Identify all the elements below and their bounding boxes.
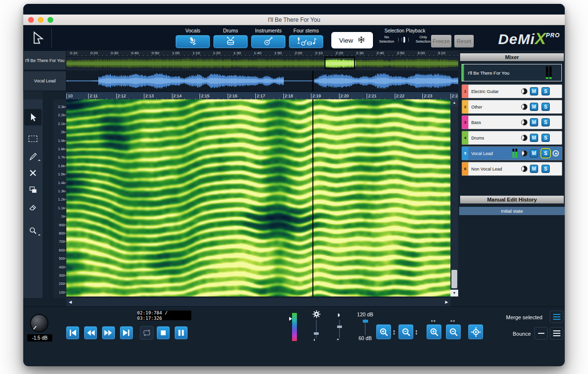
scroll-down-arrow[interactable]: ▼ [450, 290, 458, 296]
mixer-track-row[interactable]: 2OtherMS [462, 100, 562, 114]
four-stems-button[interactable] [289, 35, 324, 48]
brand-logo: DeMiXPRO [498, 29, 560, 48]
time-tick-label: 1:10 [192, 51, 200, 55]
mixer-track-list: 1Electric GuitarMS2OtherMS3BassMS4DrumsM… [459, 84, 565, 177]
spectrogram-canvas[interactable] [66, 99, 450, 296]
pan-knob[interactable] [521, 88, 527, 94]
mute-button[interactable]: M [530, 118, 538, 126]
mute-button[interactable]: M [530, 103, 538, 111]
solo-button[interactable]: S [542, 118, 550, 126]
playhead-line [312, 99, 313, 296]
vertical-scrollbar[interactable]: ▲ ▼ [450, 99, 458, 296]
time-tick-label: 2:16 [229, 94, 238, 98]
solo-target-icon[interactable] [553, 150, 559, 156]
mute-button[interactable]: M [530, 149, 538, 157]
solo-button[interactable]: S [542, 165, 550, 173]
vocals-stem-button[interactable] [175, 35, 210, 48]
volume-knob[interactable] [30, 314, 48, 332]
overview-time-ruler[interactable]: 0:100:200:300:400:501:001:101:201:301:40… [66, 50, 458, 57]
brightness-slider[interactable] [316, 320, 317, 338]
pan-knob[interactable] [521, 104, 527, 110]
spectrogram-view[interactable] [66, 99, 450, 296]
scroll-left-arrow[interactable]: ◀ [66, 298, 74, 306]
delete-selection-tool[interactable] [23, 166, 43, 180]
vocal-waveform-row[interactable] [66, 71, 458, 91]
mixer-track-row[interactable]: 1Electric GuitarMS [462, 84, 562, 98]
time-tick-label: 1:50 [274, 51, 282, 55]
zoom-to-selection-button[interactable] [468, 324, 483, 340]
solo-button[interactable]: S [542, 149, 550, 157]
solo-button[interactable]: S [542, 103, 550, 111]
volume-readout: -1.5 dB [27, 334, 52, 342]
timeline-selection-box[interactable] [325, 57, 355, 69]
zoom-out-horizontal-button[interactable] [446, 324, 461, 340]
skip-to-end-button[interactable] [120, 326, 133, 340]
time-tick-label: 0:30 [111, 51, 119, 55]
overview-timeline[interactable]: 0:100:200:300:400:501:001:101:201:301:40… [66, 50, 458, 70]
clone-tool[interactable] [23, 183, 43, 197]
stop-button[interactable] [156, 326, 170, 340]
pointer-tool[interactable] [23, 110, 43, 125]
history-item[interactable]: Initial state [459, 207, 565, 215]
overview-waveform[interactable] [66, 57, 458, 70]
loop-button[interactable] [140, 326, 154, 340]
mute-button[interactable]: M [530, 165, 538, 173]
skip-to-start-button[interactable] [66, 326, 79, 340]
pan-knob[interactable] [521, 166, 527, 172]
vocal-waveform[interactable] [66, 71, 458, 91]
slider-handle[interactable] [314, 332, 319, 335]
eraser-tool[interactable] [23, 200, 43, 214]
freeze-button[interactable]: Freeze [431, 35, 451, 47]
solo-button[interactable]: S [542, 134, 550, 142]
frequency-tick-label: 200 [59, 281, 65, 286]
frequency-tick-label: 2.2k [58, 113, 65, 117]
mixer-track-row[interactable]: 4DrumsMS [462, 131, 562, 145]
scroll-up-arrow[interactable]: ▲ [450, 99, 458, 106]
fast-forward-button[interactable] [102, 326, 115, 340]
db-range-slider[interactable] [365, 319, 366, 335]
bounce-remove-button[interactable] [534, 327, 548, 340]
marquee-select-tool[interactable] [23, 131, 43, 146]
contrast-slider[interactable] [339, 320, 340, 338]
time-tick-label: 0:40 [131, 51, 139, 55]
zoom-tool[interactable] [23, 223, 43, 238]
stem-group-vocals: Vocals [175, 28, 210, 48]
spectrogram-colormap-slider[interactable] [292, 313, 297, 341]
master-track[interactable]: I'll Be There For You [462, 64, 562, 81]
merge-menu-button[interactable] [550, 311, 563, 323]
mixer-track-row[interactable]: 5Vocal LeadMS [462, 146, 562, 160]
corner-tab [23, 91, 43, 99]
bounce-menu-button[interactable] [550, 327, 563, 340]
drums-stem-button[interactable] [213, 35, 248, 48]
pan-knob[interactable] [521, 119, 527, 125]
slider-handle[interactable] [363, 320, 368, 323]
mute-button[interactable]: M [530, 87, 538, 95]
view-button[interactable]: View [331, 32, 373, 48]
brush-tool[interactable] [23, 149, 43, 163]
zoom-out-vertical-button[interactable] [398, 324, 414, 340]
pan-knob[interactable] [521, 150, 527, 156]
rewind-button[interactable] [84, 326, 97, 340]
horizontal-scrollbar[interactable]: ◀ ▶ [66, 298, 450, 306]
time-tick-label: 2:23 [424, 94, 433, 98]
time-tick-label: 0:10 [70, 51, 77, 55]
slider-handle[interactable] [337, 326, 342, 328]
selection-playback-slider[interactable] [398, 37, 412, 43]
pause-button[interactable] [174, 326, 188, 340]
zoom-time-ruler[interactable]: 102:112:122:132:142:152:162:172:182:192:… [66, 91, 458, 99]
mixer-track-row[interactable]: 6Non Vocal LeadMS [462, 162, 562, 176]
stem-group-drums: Drums [213, 28, 248, 48]
scroll-right-arrow[interactable]: ▶ [443, 298, 450, 306]
mute-button[interactable]: M [530, 134, 538, 142]
time-tick-label: 2:20 [340, 94, 349, 98]
gear-icon[interactable] [312, 310, 321, 320]
reset-button[interactable]: Reset [454, 35, 474, 47]
vertical-scrollbar-thumb[interactable] [451, 270, 457, 288]
zoom-in-vertical-button[interactable] [376, 324, 391, 340]
mixer-track-row[interactable]: 3BassMS [462, 115, 562, 129]
solo-button[interactable]: S [542, 87, 550, 95]
db-range-max-label: 120 dB [351, 312, 380, 317]
zoom-in-horizontal-button[interactable] [426, 324, 442, 340]
pan-knob[interactable] [521, 135, 527, 141]
instruments-stem-button[interactable] [251, 35, 286, 48]
